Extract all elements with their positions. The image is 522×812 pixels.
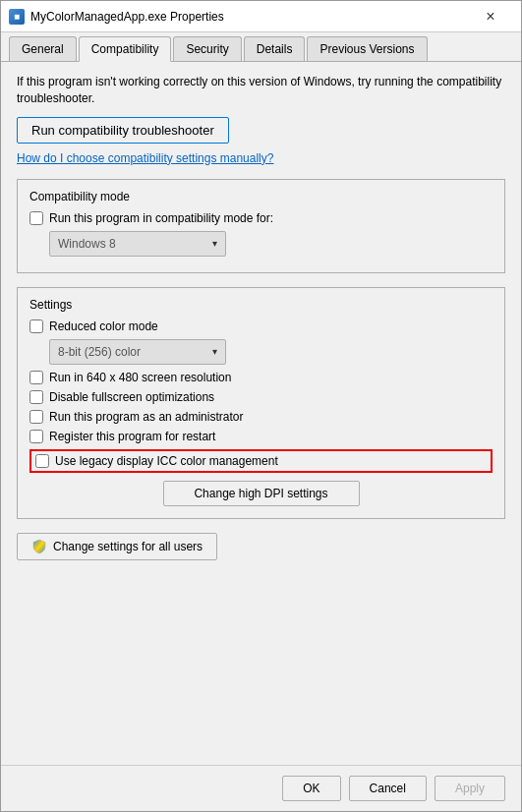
compatibility-mode-label: Compatibility mode [29, 190, 493, 203]
tab-strip: General Compatibility Security Details P… [1, 32, 521, 62]
register-restart-label: Register this program for restart [49, 430, 215, 443]
cancel-button[interactable]: Cancel [349, 776, 427, 801]
legacy-icc-row: Use legacy display ICC color management [29, 449, 493, 473]
tab-content: If this program isn't working correctly … [1, 62, 521, 765]
all-users-button[interactable]: Change settings for all users [17, 533, 217, 560]
properties-dialog: ■ MyColorManagedApp.exe Properties × Gen… [0, 0, 522, 812]
help-link[interactable]: How do I choose compatibility settings m… [17, 151, 505, 165]
title-bar: ■ MyColorManagedApp.exe Properties × [1, 1, 521, 32]
shield-icon [31, 539, 47, 554]
tab-security[interactable]: Security [173, 36, 241, 61]
reduced-color-checkbox[interactable] [29, 319, 43, 333]
res-640-row: Run in 640 x 480 screen resolution [29, 371, 493, 384]
compat-os-arrow: ▾ [212, 238, 217, 249]
all-users-label: Change settings for all users [53, 540, 203, 553]
settings-label: Settings [29, 298, 493, 312]
run-admin-checkbox[interactable] [29, 410, 43, 424]
tab-compatibility[interactable]: Compatibility [79, 36, 172, 62]
dialog-title: MyColorManagedApp.exe Properties [30, 10, 224, 24]
apply-button[interactable]: Apply [435, 776, 505, 801]
compat-mode-checkbox-label: Run this program in compatibility mode f… [49, 211, 273, 225]
tab-details[interactable]: Details [244, 36, 306, 61]
change-dpi-button[interactable]: Change high DPI settings [163, 481, 360, 506]
reduced-color-row: Reduced color mode [29, 319, 493, 333]
disable-fullscreen-checkbox[interactable] [29, 390, 43, 404]
legacy-icc-checkbox[interactable] [35, 454, 49, 468]
color-depth-value: 8-bit (256) color [58, 345, 141, 359]
info-text: If this program isn't working correctly … [17, 74, 505, 107]
app-icon: ■ [9, 9, 25, 25]
dialog-footer: OK Cancel Apply [1, 765, 521, 811]
register-restart-checkbox[interactable] [29, 430, 43, 443]
register-restart-row: Register this program for restart [29, 430, 493, 443]
ok-button[interactable]: OK [282, 776, 340, 801]
legacy-icc-label: Use legacy display ICC color management [55, 454, 278, 468]
compatibility-mode-section: Compatibility mode Run this program in c… [17, 179, 505, 273]
title-bar-left: ■ MyColorManagedApp.exe Properties [9, 9, 224, 25]
troubleshooter-button[interactable]: Run compatibility troubleshooter [17, 117, 229, 144]
settings-section: Settings Reduced color mode 8-bit (256) … [17, 287, 505, 519]
compat-mode-checkbox[interactable] [29, 211, 43, 225]
tab-general[interactable]: General [9, 36, 77, 61]
compat-mode-row: Run this program in compatibility mode f… [29, 211, 493, 225]
resolution-640-label: Run in 640 x 480 screen resolution [49, 371, 231, 384]
resolution-640-checkbox[interactable] [29, 371, 43, 384]
color-depth-dropdown[interactable]: 8-bit (256) color ▾ [49, 339, 226, 365]
all-users-row: Change settings for all users [17, 533, 505, 560]
run-admin-label: Run this program as an administrator [49, 410, 243, 424]
compat-os-value: Windows 8 [58, 237, 116, 251]
compat-os-dropdown[interactable]: Windows 8 ▾ [49, 231, 226, 257]
tab-previous-versions[interactable]: Previous Versions [307, 36, 427, 61]
close-button[interactable]: × [468, 1, 513, 32]
run-admin-row: Run this program as an administrator [29, 410, 493, 424]
reduced-color-label: Reduced color mode [49, 319, 158, 333]
color-depth-arrow: ▾ [212, 346, 217, 357]
disable-fullscreen-row: Disable fullscreen optimizations [29, 390, 493, 404]
disable-fullscreen-label: Disable fullscreen optimizations [49, 390, 214, 404]
